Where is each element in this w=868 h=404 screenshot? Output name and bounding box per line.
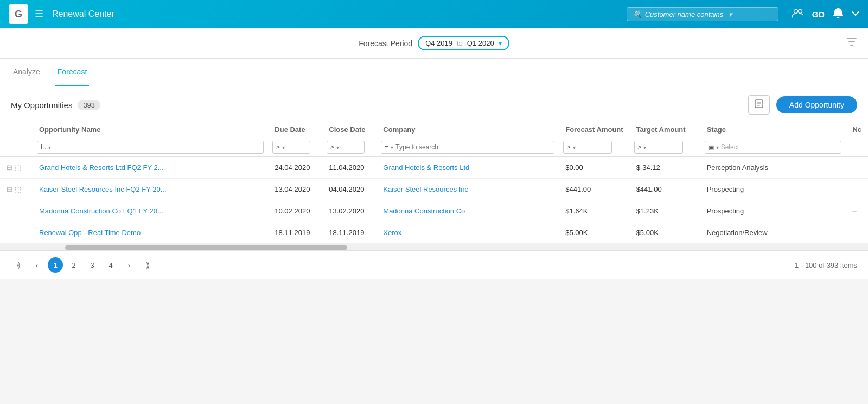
period-dropdown-arrow[interactable]: ▾ <box>499 40 502 47</box>
close-filter-arrow[interactable]: ▾ <box>336 144 339 150</box>
opportunity-name-4[interactable]: Renewal Opp - Real Time Demo <box>33 222 268 244</box>
horizontal-scrollbar[interactable] <box>0 244 868 250</box>
opportunities-count: 393 <box>78 100 100 110</box>
row-actions-1: ⊟ ⬚ <box>0 156 33 179</box>
opportunity-name-2[interactable]: Kaiser Steel Resources Inc FQ2 FY 20... <box>33 179 268 200</box>
filter-icon[interactable] <box>846 36 857 50</box>
filter-cell-name[interactable]: I.. ▾ <box>33 138 268 157</box>
stage-filter-arrow[interactable]: ▾ <box>716 144 719 150</box>
forecast-filter-op: ≥ <box>567 143 571 151</box>
page-last-button[interactable]: ⟫ <box>140 257 155 273</box>
target-amount-3: $1.23K <box>630 200 700 222</box>
table-row: Renewal Opp - Real Time Demo 18.11.2019 … <box>0 222 868 244</box>
due-date-3: 10.02.2020 <box>268 200 322 222</box>
tab-forecast[interactable]: Forecast <box>55 59 89 86</box>
main-content: My Opportunities 393 Add Opportunity Opp… <box>0 86 868 279</box>
go-button[interactable]: GO <box>812 10 825 19</box>
page-first-button[interactable]: ⟪ <box>11 257 26 273</box>
filter-row: I.. ▾ ≥ ▾ ≥ ▾ <box>0 138 868 157</box>
team-icon[interactable] <box>792 8 803 20</box>
due-filter-op: ≥ <box>276 143 280 151</box>
row-icon-1[interactable]: ⊟ <box>7 163 12 172</box>
search-icon: 🔍 <box>633 10 642 18</box>
opportunity-name-1[interactable]: Grand Hotels & Resorts Ltd FQ2 FY 2... <box>33 156 268 179</box>
row-copy-icon-1[interactable]: ⬚ <box>15 163 21 172</box>
export-button[interactable] <box>748 95 770 115</box>
tabs-bar: Analyze Forecast <box>0 59 868 86</box>
company-filter-arrow[interactable]: ▾ <box>391 144 393 150</box>
name-filter-input[interactable] <box>53 143 260 151</box>
filter-cell-due[interactable]: ≥ ▾ <box>268 138 322 157</box>
svg-point-0 <box>794 10 797 14</box>
toolbar-right: Add Opportunity <box>748 95 857 115</box>
bell-icon[interactable] <box>833 8 843 21</box>
close-date-3: 13.02.2020 <box>322 200 376 222</box>
pagination-bar: ⟪ ‹ 1 2 3 4 › ⟫ 1 - 100 of 393 items <box>0 250 868 279</box>
col-header-nc: Nc <box>846 121 868 138</box>
filter-cell-forecast[interactable]: ≥ ▾ <box>559 138 629 157</box>
page-controls: ⟪ ‹ 1 2 3 4 › ⟫ <box>11 257 155 273</box>
hscroll-thumb[interactable] <box>65 245 347 250</box>
search-dropdown-arrow[interactable]: ▾ <box>729 10 732 18</box>
page-prev-button[interactable]: ‹ <box>29 257 44 273</box>
company-4[interactable]: Xerox <box>376 222 559 244</box>
forecast-amount-3: $1.64K <box>559 200 629 222</box>
menu-icon[interactable]: ☰ <box>35 8 43 20</box>
period-to: to <box>457 39 463 47</box>
company-3[interactable]: Madonna Construction Co <box>376 200 559 222</box>
forecast-period-label: Forecast Period <box>359 39 412 48</box>
search-placeholder: Customer name contains <box>645 10 724 18</box>
filter-cell-stage[interactable]: ▣ ▾ Select <box>700 138 846 157</box>
header-search-bar[interactable]: 🔍 Customer name contains ▾ <box>627 7 778 21</box>
row-icon-2[interactable]: ⊟ <box>7 185 12 193</box>
opportunity-name-3[interactable]: Madonna Construction Co FQ1 FY 20... <box>33 200 268 222</box>
chevron-down-icon[interactable] <box>852 9 859 19</box>
target-amount-1: $-34.12 <box>630 156 700 179</box>
target-filter-arrow[interactable]: ▾ <box>643 144 646 150</box>
add-opportunity-button[interactable]: Add Opportunity <box>776 96 857 113</box>
nc-3: – <box>846 200 868 222</box>
col-header-name: Opportunity Name <box>33 121 268 138</box>
row-actions-2: ⊟ ⬚ <box>0 179 33 200</box>
table-header-row: Opportunity Name Due Date Close Date Com… <box>0 121 868 138</box>
toolbar-left: My Opportunities 393 <box>11 100 100 110</box>
close-date-4: 18.11.2019 <box>322 222 376 244</box>
page-next-button[interactable]: › <box>122 257 137 273</box>
forecast-amount-2: $441.00 <box>559 179 629 200</box>
app-logo: G <box>9 4 28 24</box>
stage-filter-icon: ▣ <box>709 144 714 151</box>
period-selector[interactable]: Q4 2019 to Q1 2020 ▾ <box>418 36 509 50</box>
tab-analyze[interactable]: Analyze <box>11 59 42 86</box>
page-number-2[interactable]: 2 <box>66 257 81 273</box>
row-copy-icon-2[interactable]: ⬚ <box>15 185 21 193</box>
close-filter-op: ≥ <box>330 143 334 151</box>
table-row: ⊟ ⬚ Grand Hotels & Resorts Ltd FQ2 FY 2.… <box>0 156 868 179</box>
filter-cell-nc <box>846 138 868 157</box>
page-number-3[interactable]: 3 <box>85 257 100 273</box>
company-2[interactable]: Kaiser Steel Resources Inc <box>376 179 559 200</box>
stage-2: Prospecting <box>700 179 846 200</box>
pagination-info: 1 - 100 of 393 items <box>795 261 857 269</box>
due-filter-arrow[interactable]: ▾ <box>282 144 285 150</box>
name-filter-value: I.. <box>41 143 46 151</box>
forecast-filter-arrow[interactable]: ▾ <box>573 144 576 150</box>
table-row: Madonna Construction Co FQ1 FY 20... 10.… <box>0 200 868 222</box>
nc-2: – <box>846 179 868 200</box>
name-filter-arrow[interactable]: ▾ <box>48 144 51 150</box>
stage-filter-placeholder: Select <box>721 143 739 151</box>
page-number-4[interactable]: 4 <box>103 257 118 273</box>
forecast-period-section: Forecast Period Q4 2019 to Q1 2020 ▾ <box>359 36 509 50</box>
company-filter-op: = <box>385 143 388 151</box>
filter-cell-target[interactable]: ≥ ▾ <box>630 138 700 157</box>
page-number-1[interactable]: 1 <box>48 257 63 273</box>
table-row: ⊟ ⬚ Kaiser Steel Resources Inc FQ2 FY 20… <box>0 179 868 200</box>
filter-cell-company[interactable]: = ▾ <box>376 138 559 157</box>
filter-cell-close[interactable]: ≥ ▾ <box>322 138 376 157</box>
company-1[interactable]: Grand Hotels & Resorts Ltd <box>376 156 559 179</box>
company-filter-input[interactable] <box>395 143 551 151</box>
col-header-target: Target Amount <box>630 121 700 138</box>
col-header-forecast: Forecast Amount <box>559 121 629 138</box>
row-actions-3 <box>0 200 33 222</box>
my-opportunities-label: My Opportunities <box>11 100 72 110</box>
period-start: Q4 2019 <box>425 39 452 47</box>
